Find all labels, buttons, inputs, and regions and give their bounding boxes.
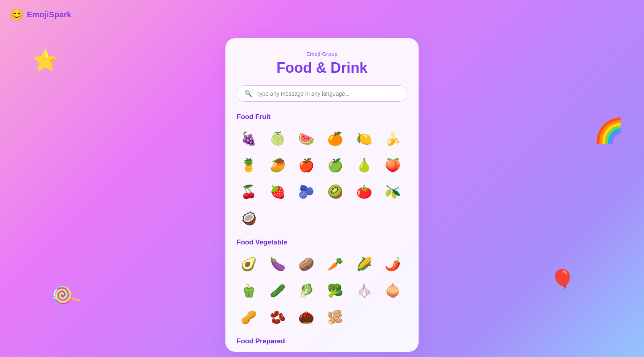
emoji-cell-food-fruit-10[interactable]: 🍐 bbox=[352, 153, 376, 177]
emoji-cell-food-vegetable-7[interactable]: 🥒 bbox=[266, 279, 290, 303]
emoji-cell-food-fruit-6[interactable]: 🍍 bbox=[237, 153, 261, 177]
emoji-cell-food-vegetable-2[interactable]: 🥔 bbox=[294, 252, 318, 276]
search-bar[interactable]: 🔍 bbox=[237, 85, 407, 102]
emoji-cell-food-vegetable-3[interactable]: 🥕 bbox=[323, 252, 347, 276]
emoji-cell-food-fruit-12[interactable]: 🍒 bbox=[237, 180, 261, 204]
deco-balloon-icon: 🎈 bbox=[549, 268, 576, 293]
emoji-cell-food-vegetable-1[interactable]: 🍆 bbox=[266, 252, 290, 276]
emoji-cell-food-vegetable-11[interactable]: 🧅 bbox=[381, 279, 405, 303]
emoji-cell-food-fruit-8[interactable]: 🍎 bbox=[294, 153, 318, 177]
emoji-grid-food-fruit: 🍇🍈🍉🍊🍋🍌🍍🥭🍎🍏🍐🍑🍒🍓🫐🥝🍅🫒🥥 bbox=[237, 127, 407, 230]
emoji-cell-food-fruit-16[interactable]: 🍅 bbox=[352, 180, 376, 204]
main-card: Emoji Group Food & Drink 🔍 Food Fruit🍇🍈🍉… bbox=[225, 38, 419, 352]
emoji-cell-food-vegetable-15[interactable]: 🫚 bbox=[323, 305, 347, 329]
emoji-cell-food-fruit-7[interactable]: 🥭 bbox=[266, 153, 290, 177]
emoji-cell-food-fruit-13[interactable]: 🍓 bbox=[266, 180, 290, 204]
emoji-cell-food-prepared-4[interactable]: 🥨 bbox=[352, 351, 376, 352]
card-group-label: Emoji Group bbox=[237, 51, 407, 57]
deco-rainbow-icon: 🌈 bbox=[594, 117, 624, 145]
search-icon: 🔍 bbox=[244, 90, 252, 97]
emoji-cell-food-vegetable-6[interactable]: 🫑 bbox=[237, 279, 261, 303]
emoji-cell-food-fruit-18[interactable]: 🥥 bbox=[237, 206, 261, 230]
emoji-cell-food-prepared-2[interactable]: 🥖 bbox=[294, 351, 318, 352]
emoji-cell-food-vegetable-8[interactable]: 🥬 bbox=[294, 279, 318, 303]
emoji-cell-food-fruit-2[interactable]: 🍉 bbox=[294, 127, 318, 151]
emoji-cell-food-fruit-15[interactable]: 🥝 bbox=[323, 180, 347, 204]
emoji-cell-food-vegetable-0[interactable]: 🥑 bbox=[237, 252, 261, 276]
sections-container: Food Fruit🍇🍈🍉🍊🍋🍌🍍🥭🍎🍏🍐🍑🍒🍓🫐🥝🍅🫒🥥Food Vegeta… bbox=[237, 113, 407, 352]
emoji-cell-food-vegetable-10[interactable]: 🧄 bbox=[352, 279, 376, 303]
emoji-cell-food-fruit-1[interactable]: 🍈 bbox=[266, 127, 290, 151]
logo-text: EmojiSpark bbox=[27, 10, 71, 19]
emoji-cell-food-vegetable-4[interactable]: 🌽 bbox=[352, 252, 376, 276]
section-title-food-fruit: Food Fruit bbox=[237, 113, 407, 121]
emoji-cell-food-vegetable-13[interactable]: 🫘 bbox=[266, 305, 290, 329]
emoji-cell-food-fruit-3[interactable]: 🍊 bbox=[323, 127, 347, 151]
emoji-cell-food-fruit-17[interactable]: 🫒 bbox=[381, 180, 405, 204]
emoji-cell-food-fruit-9[interactable]: 🍏 bbox=[323, 153, 347, 177]
section-title-food-vegetable: Food Vegetable bbox=[237, 238, 407, 246]
emoji-cell-food-prepared-5[interactable]: 🥯 bbox=[381, 351, 405, 352]
deco-star-icon: ⭐ bbox=[32, 48, 58, 73]
emoji-cell-food-prepared-0[interactable]: 🍞 bbox=[237, 351, 261, 352]
emoji-cell-food-fruit-5[interactable]: 🍌 bbox=[381, 127, 405, 151]
section-title-food-prepared: Food Prepared bbox=[237, 337, 407, 345]
deco-lollipop-icon: 🍭 bbox=[48, 279, 83, 314]
emoji-cell-food-vegetable-9[interactable]: 🥦 bbox=[323, 279, 347, 303]
emoji-cell-food-fruit-11[interactable]: 🍑 bbox=[381, 153, 405, 177]
emoji-cell-food-fruit-4[interactable]: 🍋 bbox=[352, 127, 376, 151]
emoji-cell-food-vegetable-14[interactable]: 🌰 bbox=[294, 305, 318, 329]
emoji-grid-food-prepared: 🍞🥐🥖🫓🥨🥯🧀🥚🍳🧈🥞🧇🥓🥩🍗🍖🌭🍔🍟🍕 bbox=[237, 351, 407, 352]
emoji-cell-food-vegetable-5[interactable]: 🌶️ bbox=[381, 252, 405, 276]
card-title: Food & Drink bbox=[237, 60, 407, 76]
emoji-cell-food-fruit-0[interactable]: 🍇 bbox=[237, 127, 261, 151]
emoji-grid-food-vegetable: 🥑🍆🥔🥕🌽🌶️🫑🥒🥬🥦🧄🧅🥜🫘🌰🫚 bbox=[237, 252, 407, 329]
emoji-cell-food-prepared-3[interactable]: 🫓 bbox=[323, 351, 347, 352]
emoji-cell-food-vegetable-12[interactable]: 🥜 bbox=[237, 305, 261, 329]
logo-bar: 😊 EmojiSpark bbox=[10, 8, 71, 21]
logo-icon: 😊 bbox=[10, 8, 24, 21]
emoji-cell-food-fruit-14[interactable]: 🫐 bbox=[294, 180, 318, 204]
emoji-cell-food-prepared-1[interactable]: 🥐 bbox=[266, 351, 290, 352]
search-input[interactable] bbox=[256, 90, 400, 97]
